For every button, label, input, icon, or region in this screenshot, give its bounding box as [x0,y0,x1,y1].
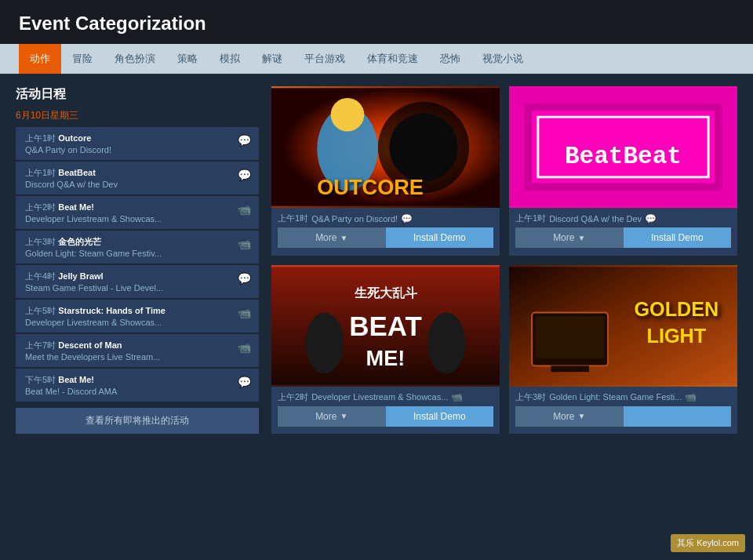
game-grid: OUTCORE 上午1时 Q&A Party on Discord! 💬 Mor… [271,86,737,434]
game-thumbnail-beatbeat: BeatBeat [509,86,737,208]
list-item[interactable]: 下午5时 Beat Me! Beat Me! - Discord AMA 💬 [16,369,259,402]
svg-text:LIGHT: LIGHT [647,325,707,347]
nav-item-simulation[interactable]: 模拟 [209,44,251,74]
video-icon: 📹 [451,391,463,402]
watermark: 其乐 Keylol.com [671,534,745,552]
more-button-outcore[interactable]: More ▼ [278,227,386,248]
list-item[interactable]: 上午5时 Starstruck: Hands of Time Developer… [16,300,259,333]
video-icon: 📹 [685,391,697,402]
event-time: 上午1时 Outcore [25,133,233,144]
svg-text:OUTCORE: OUTCORE [317,175,424,199]
event-info: 上午1时 Outcore Q&A Party on Discord! [25,133,233,155]
list-item[interactable]: 上午7时 Descent of Man Meet the Developers … [16,334,259,367]
event-desc: Steam Game Festival - Live Devel... [25,283,233,293]
install-demo-button-goldenlight[interactable] [624,406,732,427]
more-button-beatbeat[interactable]: More ▼ [515,227,624,248]
nav-item-sports[interactable]: 体育和竞速 [356,44,429,74]
svg-rect-19 [536,316,604,358]
game-card-footer-goldenlight: 上午3时 Golden Light: Steam Game Festi... 📹… [509,387,737,430]
event-time: 上午5时 Starstruck: Hands of Time [25,305,233,317]
nav-item-puzzle[interactable]: 解谜 [251,44,293,74]
list-item[interactable]: 上午2时 Beat Me! Developer Livestream & Sho… [16,196,259,229]
list-item[interactable]: 上午1时 BeatBeat Discord Q&A w/ the Dev 💬 [16,162,259,195]
event-time: 上午1时 BeatBeat [25,167,233,179]
event-info: 下午5时 Beat Me! Beat Me! - Discord AMA [25,374,233,396]
event-info: 上午7时 Descent of Man Meet the Developers … [25,340,233,362]
svg-text:BeatBeat: BeatBeat [565,143,682,170]
sidebar-title: 活动日程 [16,86,259,103]
more-button-goldenlight[interactable]: More ▼ [515,406,624,427]
game-thumbnail-beatme: 生死大乱斗 BEAT ME! [271,265,500,387]
list-item[interactable]: 上午4时 Jelly Brawl Steam Game Festival - L… [16,265,259,298]
list-item[interactable]: 上午1时 Outcore Q&A Party on Discord! 💬 [16,127,259,160]
game-card-outcore: OUTCORE 上午1时 Q&A Party on Discord! 💬 Mor… [271,86,500,256]
more-button-beatme[interactable]: More ▼ [278,406,386,427]
nav-item-platform[interactable]: 平台游戏 [293,44,356,74]
event-time: 上午3时 金色的光芒 [25,236,233,248]
game-card-footer-beatme: 上午2时 Developer Livestream & Showcas... 📹… [271,387,500,430]
game-card-footer-outcore: 上午1时 Q&A Party on Discord! 💬 More ▼ Inst… [271,208,500,251]
event-info: 上午1时 BeatBeat Discord Q&A w/ the Dev [25,167,233,189]
game-card-actions-beatbeat: More ▼ Install Demo [515,227,731,248]
game-card-actions-goldenlight: More ▼ [515,406,731,427]
game-card-actions-beatme: More ▼ Install Demo [278,406,493,427]
page-header: Event Categorization [0,0,753,44]
install-demo-button-outcore[interactable]: Install Demo [386,227,494,248]
sidebar: 活动日程 6月10日星期三 上午1时 Outcore Q&A Party on … [16,86,259,434]
video-icon: 📹 [238,203,251,216]
chevron-down-icon: ▼ [340,412,347,420]
svg-text:BEAT: BEAT [349,310,421,340]
nav-item-horror[interactable]: 恐怖 [429,44,471,74]
chat-icon: 💬 [238,272,251,285]
event-info: 上午3时 金色的光芒 Golden Light: Steam Game Fest… [25,236,233,258]
svg-rect-20 [551,365,589,372]
svg-point-13 [427,312,466,373]
video-icon: 📹 [238,341,251,354]
event-list: 上午1时 Outcore Q&A Party on Discord! 💬 上午1… [16,127,259,402]
video-icon: 📹 [238,238,251,250]
chat-icon: 💬 [238,376,251,388]
event-desc: Beat Me! - Discord AMA [25,387,233,396]
game-card-event-time-beatbeat: 上午1时 Discord Q&A w/ the Dev 💬 [515,213,731,224]
chat-icon: 💬 [401,213,413,224]
category-nav: 动作 冒险 角色扮演 策略 模拟 解谜 平台游戏 体育和竞速 恐怖 视觉小说 [0,44,753,74]
nav-item-action[interactable]: 动作 [19,44,61,74]
game-card-beatbeat: BeatBeat 上午1时 Discord Q&A w/ the Dev 💬 M… [509,86,737,256]
nav-item-strategy[interactable]: 策略 [166,44,209,74]
game-card-actions-outcore: More ▼ Install Demo [278,227,493,248]
nav-item-visual-novel[interactable]: 视觉小说 [471,44,534,74]
svg-point-4 [331,98,365,132]
event-time: 上午4时 Jelly Brawl [25,271,233,282]
svg-text:生死大乱斗: 生死大乱斗 [354,286,418,300]
event-info: 上午4时 Jelly Brawl Steam Game Festival - L… [25,271,233,293]
game-card-beatme: 生死大乱斗 BEAT ME! 上午2时 Developer Livestream… [271,265,500,435]
svg-text:ME!: ME! [366,346,406,370]
event-desc: Meet the Developers Live Stream... [25,352,233,362]
chat-icon: 💬 [645,213,657,224]
chevron-down-icon: ▼ [340,234,347,242]
event-desc: Golden Light: Steam Game Festiv... [25,249,233,258]
list-item[interactable]: 上午3时 金色的光芒 Golden Light: Steam Game Fest… [16,231,259,264]
install-demo-button-beatme[interactable]: Install Demo [386,406,494,427]
date-header: 6月10日星期三 [16,109,259,122]
chevron-down-icon: ▼ [577,412,585,420]
event-time: 上午2时 Beat Me! [25,202,233,213]
game-card-event-time-outcore: 上午1时 Q&A Party on Discord! 💬 [278,213,493,224]
svg-point-2 [389,113,457,181]
game-card-goldenlight: GOLDEN LIGHT 上午3时 Golden Light: Steam Ga… [509,265,737,435]
nav-item-rpg[interactable]: 角色扮演 [104,44,166,74]
game-thumbnail-goldenlight: GOLDEN LIGHT [509,265,737,387]
event-info: 上午5时 Starstruck: Hands of Time Developer… [25,305,233,327]
install-demo-button-beatbeat[interactable]: Install Demo [624,227,732,248]
game-card-footer-beatbeat: 上午1时 Discord Q&A w/ the Dev 💬 More ▼ Ins… [509,208,737,251]
game-card-event-time-goldenlight: 上午3时 Golden Light: Steam Game Festi... 📹 [515,391,731,403]
game-thumbnail-outcore: OUTCORE [271,86,500,208]
video-icon: 📹 [238,307,251,319]
game-card-event-time-beatme: 上午2时 Developer Livestream & Showcas... 📹 [278,391,493,403]
chat-icon: 💬 [238,134,251,147]
svg-point-12 [306,312,344,373]
nav-item-adventure[interactable]: 冒险 [61,44,104,74]
event-desc: Developer Livestream & Showcas... [25,318,233,327]
event-desc: Developer Livestream & Showcas... [25,214,233,224]
view-all-button[interactable]: 查看所有即将推出的活动 [16,408,259,434]
